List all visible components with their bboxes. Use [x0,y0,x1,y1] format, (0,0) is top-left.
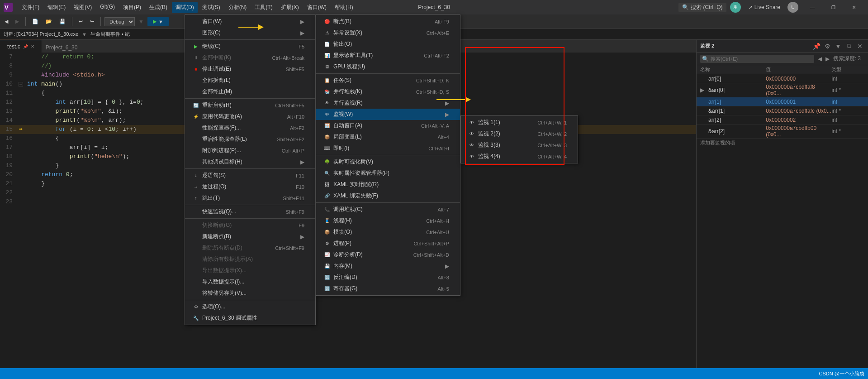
submenu-locals[interactable]: 📦 局部变量(L) Alt+4 [316,131,460,143]
submenu-liveprops[interactable]: 🔍 实时属性资源管理器(P) [316,168,460,179]
submenu-xamlbinding[interactable]: 🔗 XAML 绑定失败(F) [316,190,460,201]
stepover-shortcut: F10 [296,184,304,190]
submenu-autowindow[interactable]: 🪟 自动窗口(A) Ctrl+Alt+V, A [316,120,460,131]
menu-help[interactable]: 帮助(H) [331,2,357,13]
watch-row-arr0[interactable]: arr[0] 0x00000000 int [697,74,868,83]
submenu-modules[interactable]: 📦 模块(O) Ctrl+Alt+U [316,226,460,238]
toolbar-undo-btn[interactable]: ↩ [76,18,85,25]
menu-stepout-label: 跳出(T) [202,194,220,202]
menu-item-attach[interactable]: 附加到进程(P)... Ctrl+Alt+P [185,145,315,156]
start-debug-btn[interactable]: ▶ ▼ [147,17,169,26]
menu-view[interactable]: 视图(V) [70,2,95,13]
watch-close-btn[interactable]: ✕ [855,42,864,51]
toolbar-redo-btn[interactable]: ↪ [87,18,97,25]
menu-item-stepinto[interactable]: ↓ 逐语句(S) F11 [185,170,315,181]
submenu-gputhread[interactable]: 🖥 GPU 线程(U) [316,61,460,72]
close-button[interactable]: ✕ [844,0,864,14]
menu-edit[interactable]: 编辑(E) [44,2,69,13]
menu-analyze[interactable]: 分析(N) [225,2,251,13]
menu-item-debugprops[interactable]: 🔧 Project_6_30 调试属性 [185,312,315,324]
menu-test[interactable]: 测试(S) [199,2,224,13]
watch-detach-btn[interactable]: ⧉ [844,42,854,51]
watch-row-arr2[interactable]: arr[2] 0x00000002 int [697,115,868,125]
menu-debugprops-label: Project_6_30 调试属性 [202,314,257,322]
user-avatar: U [787,2,798,13]
toolbar-forward-btn[interactable]: ▶ [13,18,22,25]
menu-item-savedump[interactable]: 将转储另存为(V)... [185,288,315,299]
attach-shortcut: Ctrl+Alt+P [282,148,304,154]
search-prev-icon[interactable]: ◀ [818,56,822,62]
watch-pin-btn[interactable]: 📌 [812,42,821,51]
menu-item-terminateall[interactable]: 全部终止(M) [185,86,315,97]
menu-project[interactable]: 项目(P) [119,2,145,13]
watch-row-ref-arr2[interactable]: &arr[2] 0x000000a7cbdffb00 (0x0... int * [697,125,868,139]
watch-submenu-2[interactable]: 👁 监视 2(2) Ctrl+Alt+W, 2 [461,128,578,139]
line-indicator-10 [16,80,25,89]
watch-table: arr[0] 0x00000000 int ▶ &arr[0] 0x000000… [697,74,868,368]
menu-debug[interactable]: 调试(D) [172,2,198,13]
menu-item-restart[interactable]: 🔄 重新启动(R) Ctrl+Shift+F5 [185,100,315,111]
menu-item-detachall[interactable]: 全部拆离(L) [185,75,315,86]
process-label: 进程: [0x17034] Project_6_30.exe [4,31,78,38]
submenu-tasks[interactable]: 📋 任务(S) Ctrl+Shift+D, K [316,75,460,86]
watch-search-input[interactable] [711,56,812,62]
menu-file[interactable]: 文件(F) [18,2,43,13]
watch-add-item[interactable]: 添加要监视的项 [697,139,868,147]
menu-item-profiler[interactable]: 性能探查器(F)... Alt+F2 [185,122,315,134]
deletebp-shortcut: Ctrl+Shift+F9 [275,245,304,251]
tab-close-btn[interactable]: ✕ [31,44,34,49]
submenu-immediate[interactable]: ⌨ 即时(I) Ctrl+Alt+I [316,143,460,154]
menu-item-continue[interactable]: ▶ 继续(C) F5 [185,41,315,52]
submenu-processes[interactable]: ⚙ 进程(P) Ctrl+Shift+Alt+P [316,238,460,249]
menu-item-applycode[interactable]: ⚡ 应用代码更改(A) Alt+F10 [185,111,315,122]
watch-submenu-3[interactable]: 👁 监视 3(3) Ctrl+Alt+W, 3 [461,139,578,151]
expand-ref-arr0[interactable]: ▶ [700,87,707,93]
toolbar-open-btn[interactable]: 📂 [43,18,55,25]
watch-submenu-1[interactable]: 👁 监视 1(1) Ctrl+Alt+W, 1 [461,117,578,128]
submenu-diagtools[interactable]: 📊 显示诊断工具(T) Ctrl+Alt+F2 [316,50,460,61]
watch-row-ref-arr0[interactable]: ▶ &arr[0] 0x000000a7cbdffaf8 (0x0... int… [697,83,868,97]
menu-tools[interactable]: 工具(T) [251,2,276,13]
menu-window[interactable]: 窗口(W) [304,2,330,13]
submenu-disassembly[interactable]: 🔣 反汇编(D) Alt+8 [316,272,460,283]
search-next-icon[interactable]: ▶ [825,56,830,62]
toolbar-save-btn[interactable]: 💾 [57,18,68,25]
submenu-xamlpreview[interactable]: 🖼 XAML 实时预览(R) [316,179,460,190]
submenu-breakpoints[interactable]: 🔴 断点(B) Alt+F9 [316,16,460,27]
watch-cell-name-arr1: arr[1] [700,99,766,105]
menu-item-options[interactable]: ⚙ 选项(O)... [185,301,315,312]
menu-extensions[interactable]: 扩展(X) [277,2,303,13]
title-search-box[interactable]: 🔍 搜索 (Ctrl+Q) [678,3,726,12]
menu-item-quickwatch[interactable]: 快速监视(Q)... Shift+F9 [185,206,315,217]
menu-item-restartprofiler[interactable]: 重启性能探查器(L) Shift+Alt+F2 [185,134,315,145]
menu-item-importdp[interactable]: 导入数据提示(I)... [185,276,315,288]
menu-build[interactable]: 生成(B) [146,2,171,13]
watch-submenu-4[interactable]: 👁 监视 4(4) Ctrl+Alt+W, 4 [461,151,578,162]
submenu-threads[interactable]: 🧵 线程(H) Ctrl+Alt+H [316,215,460,226]
watch-dropdown-btn[interactable]: ▼ [834,42,843,51]
menu-item-newbp[interactable]: 新建断点(B) ▶ [185,231,315,242]
tab-test-c[interactable]: test.c 📌 ✕ [0,40,42,53]
submenu-memory[interactable]: 💾 内存(M) ▶ [316,260,460,272]
minimize-button[interactable]: — [802,0,823,14]
menu-item-othertargets[interactable]: 其他调试目标(H) ▶ [185,156,315,168]
menu-item-stop[interactable]: ■ 停止调试(E) Shift+F5 [185,63,315,75]
submenu-output[interactable]: 📄 输出(O) [316,38,460,50]
toolbar-back-btn[interactable]: ◀ [2,18,11,25]
watch-row-ref-arr1[interactable]: &arr[1] 0x000000a7cbdffafc (0x0... int * [697,106,868,115]
toolbar-new-btn[interactable]: 📄 [29,18,41,25]
submenu-diaganalysis[interactable]: 📈 诊断分析(D) Ctrl+Shift+Alt+D [316,249,460,260]
menu-item-stepout[interactable]: ↑ 跳出(T) Shift+F11 [185,192,315,204]
submenu-callstack[interactable]: 📞 调用堆栈(C) Alt+7 [316,204,460,215]
submenu-registers[interactable]: 🔢 寄存器(G) Alt+5 [316,283,460,294]
menu-item-stepover[interactable]: → 逐过程(O) F10 [185,181,315,192]
submenu-watch[interactable]: 👁 监视(W) ▶ [316,109,460,120]
debug-config-select[interactable]: Debug [104,17,135,26]
maximize-button[interactable]: ❐ [823,0,844,14]
submenu-livevisual[interactable]: 🌳 实时可视化树(V) [316,156,460,168]
menu-git[interactable]: Git(G) [96,2,119,13]
live-share-button[interactable]: ↗ Live Share [745,3,784,11]
watch-row-arr1[interactable]: arr[1] 0x00000001 int [697,97,868,106]
watch-settings-btn[interactable]: ⚙ [823,42,832,51]
submenu-exceptionsettings[interactable]: ⚠ 异常设置(X) Ctrl+Alt+E [316,27,460,38]
